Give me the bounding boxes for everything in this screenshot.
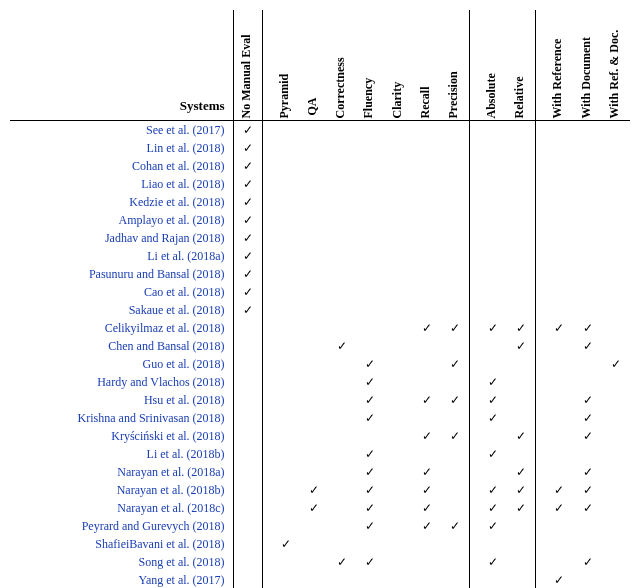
mark-cell (272, 247, 300, 265)
mark-cell (507, 445, 536, 463)
citation-link[interactable]: Kryściński et al. (2018) (111, 429, 224, 443)
citation-link[interactable]: Pasunuru and Bansal (2018) (89, 267, 225, 281)
citation-link[interactable]: Narayan et al. (2018a) (117, 465, 224, 479)
citation-link[interactable]: Cao et al. (2018) (144, 285, 225, 299)
mark-cell (413, 535, 441, 553)
mark-cell (507, 193, 536, 211)
gap-cell (536, 211, 545, 229)
evaluation-table: Systems No Manual Eval Pyramid QA Correc… (10, 10, 630, 588)
mark-cell (413, 211, 441, 229)
mark-cell: ✓ (574, 553, 602, 571)
citation-link[interactable]: Hardy and Vlachos (2018) (97, 375, 224, 389)
mark-cell (328, 157, 356, 175)
gap-cell (536, 283, 545, 301)
mark-cell: ✓ (479, 409, 507, 427)
mark-cell: ✓ (356, 445, 384, 463)
mark-cell (574, 193, 602, 211)
citation-link[interactable]: ShafieiBavani et al. (2018) (95, 537, 224, 551)
citation-link[interactable]: Li et al. (2018b) (147, 447, 225, 461)
mark-cell (574, 229, 602, 247)
citation-link[interactable]: Kedzie et al. (2018) (129, 195, 224, 209)
mark-cell (479, 571, 507, 589)
mark-cell (441, 499, 470, 517)
mark-cell: ✓ (233, 301, 262, 319)
table-row: Jadhav and Rajan (2018)✓ (10, 229, 630, 247)
table-row: Peyrard and Gurevych (2018)✓✓✓✓ (10, 517, 630, 535)
citation-link[interactable]: Jadhav and Rajan (2018) (105, 231, 225, 245)
gap-cell (262, 247, 271, 265)
mark-cell (574, 120, 602, 139)
mark-cell (545, 391, 573, 409)
mark-cell (413, 445, 441, 463)
mark-cell (602, 409, 630, 427)
table-row: ShafieiBavani et al. (2018)✓ (10, 535, 630, 553)
mark-cell (479, 337, 507, 355)
mark-cell (602, 211, 630, 229)
mark-cell (385, 175, 413, 193)
citation-link[interactable]: Song et al. (2018) (139, 555, 225, 569)
mark-cell: ✓ (574, 463, 602, 481)
col-relative: Relative (507, 10, 536, 120)
mark-cell (233, 319, 262, 337)
citation-link[interactable]: Krishna and Srinivasan (2018) (78, 411, 225, 425)
citation-link[interactable]: Celikyilmaz et al. (2018) (105, 321, 225, 335)
citation-link[interactable]: See et al. (2017) (146, 123, 225, 137)
mark-cell (328, 481, 356, 499)
mark-cell (328, 211, 356, 229)
table-row: Hardy and Vlachos (2018)✓✓ (10, 373, 630, 391)
citation-link[interactable]: Narayan et al. (2018b) (117, 483, 225, 497)
mark-cell (574, 571, 602, 589)
gap-cell (262, 175, 271, 193)
mark-cell: ✓ (356, 409, 384, 427)
system-cell: Li et al. (2018b) (10, 445, 233, 463)
mark-cell (507, 517, 536, 535)
citation-link[interactable]: Guo et al. (2018) (143, 357, 225, 371)
mark-cell (574, 517, 602, 535)
mark-cell (574, 175, 602, 193)
citation-link[interactable]: Liao et al. (2018) (141, 177, 224, 191)
gap-cell (536, 193, 545, 211)
mark-cell: ✓ (479, 391, 507, 409)
mark-cell (385, 445, 413, 463)
citation-link[interactable]: Chen and Bansal (2018) (108, 339, 224, 353)
mark-cell: ✓ (441, 517, 470, 535)
mark-cell (441, 409, 470, 427)
citation-link[interactable]: Narayan et al. (2018c) (117, 501, 224, 515)
mark-cell (507, 265, 536, 283)
gap-cell (262, 355, 271, 373)
mark-cell (545, 427, 573, 445)
mark-cell (507, 157, 536, 175)
table-row: Song et al. (2018)✓✓✓✓ (10, 553, 630, 571)
mark-cell (233, 463, 262, 481)
mark-cell (507, 247, 536, 265)
mark-cell (233, 355, 262, 373)
mark-cell (300, 319, 328, 337)
mark-cell: ✓ (233, 157, 262, 175)
system-cell: Pasunuru and Bansal (2018) (10, 265, 233, 283)
table-row: Narayan et al. (2018b)✓✓✓✓✓✓✓ (10, 481, 630, 499)
citation-link[interactable]: Li et al. (2018a) (147, 249, 224, 263)
mark-cell (507, 553, 536, 571)
mark-cell (272, 229, 300, 247)
mark-cell: ✓ (507, 319, 536, 337)
citation-link[interactable]: Cohan et al. (2018) (132, 159, 225, 173)
mark-cell (479, 283, 507, 301)
citation-link[interactable]: Lin et al. (2018) (147, 141, 225, 155)
mark-cell (272, 175, 300, 193)
system-cell: Amplayo et al. (2018) (10, 211, 233, 229)
citation-link[interactable]: Sakaue et al. (2018) (129, 303, 225, 317)
citation-link[interactable]: Hsu et al. (2018) (144, 393, 225, 407)
table-row: Sakaue et al. (2018)✓ (10, 301, 630, 319)
mark-cell (602, 283, 630, 301)
citation-link[interactable]: Peyrard and Gurevych (2018) (82, 519, 225, 533)
col-correctness: Correctness (328, 10, 356, 120)
mark-cell (479, 265, 507, 283)
mark-cell (441, 535, 470, 553)
mark-cell (385, 211, 413, 229)
mark-cell (479, 139, 507, 157)
gap-cell (262, 427, 271, 445)
mark-cell (479, 247, 507, 265)
citation-link[interactable]: Yang et al. (2017) (138, 573, 224, 587)
citation-link[interactable]: Amplayo et al. (2018) (119, 213, 225, 227)
gap-cell (470, 157, 479, 175)
